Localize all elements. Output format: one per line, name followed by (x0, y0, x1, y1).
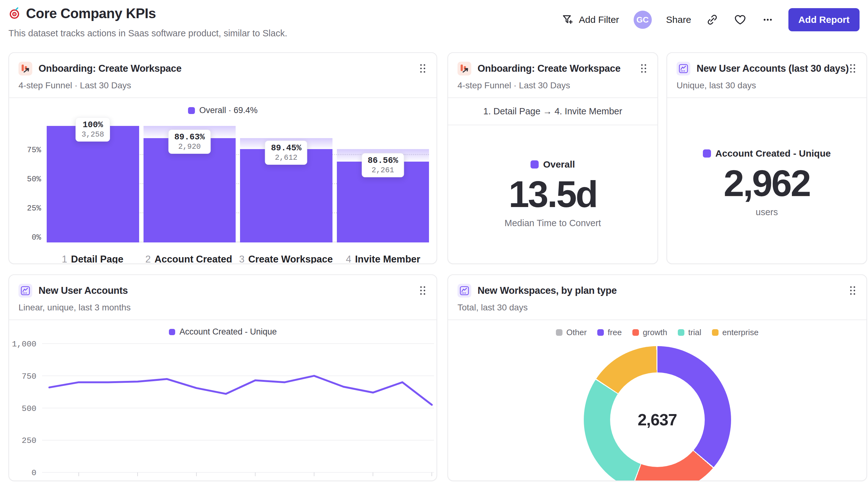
y-axis-label: 75% (27, 145, 41, 155)
donut-legend-item[interactable]: free (597, 328, 622, 337)
card-title[interactable]: Onboarding: Create Workspace (38, 63, 419, 74)
y-axis-label: 25% (27, 204, 41, 213)
card-head: Onboarding: Create Workspace 4-step Funn… (448, 53, 657, 98)
legend-label: free (608, 328, 622, 337)
heart-icon (733, 13, 747, 27)
drag-handle-icon[interactable] (640, 63, 648, 74)
funnel-column[interactable]: 89.45%2,612 (240, 126, 333, 242)
legend-swatch (703, 150, 711, 158)
legend-swatch (530, 160, 539, 168)
funnel-step-range: 1. Detail Page → 4. Invite Member (448, 98, 657, 125)
conversion-count: 3,258 (82, 130, 104, 139)
card-subtitle: Unique, last 30 days (677, 80, 857, 97)
toolbar: Add Filter GC Share (561, 7, 860, 32)
dashboard-root: Core Company KPIs This dataset tracks ac… (0, 0, 868, 488)
funnel-step-label[interactable]: 4Invite Member (337, 254, 429, 264)
add-filter-button[interactable]: Add Filter (561, 13, 619, 26)
funnel-bar[interactable] (47, 126, 139, 242)
card-subtitle: Linear, unique, last 3 months (19, 302, 427, 320)
y-axis-label: 50% (27, 175, 41, 184)
step-number: 2 (146, 254, 151, 264)
card-title[interactable]: New User Accounts (last 30 days) (696, 63, 849, 74)
legend-label: Overall (543, 159, 575, 170)
legend-label: trial (688, 328, 701, 337)
add-report-button[interactable]: Add Report (788, 8, 860, 31)
donut-legend-item[interactable]: trial (678, 328, 701, 337)
drag-handle-icon[interactable] (419, 63, 427, 74)
funnel-tooltip: 89.63%2,920 (168, 130, 211, 154)
card-median-time-to-convert: Onboarding: Create Workspace 4-step Funn… (447, 52, 658, 264)
conversion-pct: 100% (82, 120, 104, 130)
overall-legend[interactable]: Overall (530, 159, 575, 170)
step-number: 3 (239, 254, 244, 264)
donut-legend-item[interactable]: growth (632, 328, 667, 337)
legend-label: growth (643, 328, 667, 337)
funnel-step-label[interactable]: 2Account Created (143, 254, 235, 264)
card-subtitle: 4-step Funnel · Last 30 Days (19, 80, 427, 97)
card-new-user-accounts-30d: New User Accounts (last 30 days) Unique,… (666, 52, 867, 264)
insights-report-icon (19, 284, 32, 298)
copy-link-button[interactable] (706, 13, 719, 26)
share-label: Share (666, 14, 691, 25)
funnel-column[interactable]: 89.63%2,920 (144, 126, 236, 242)
legend-swatch (597, 329, 604, 336)
funnel-column[interactable]: 86.56%2,261 (337, 126, 429, 242)
trend-line[interactable] (49, 376, 432, 405)
ellipsis-icon (762, 13, 774, 26)
step-number: 1 (62, 254, 67, 264)
card-title[interactable]: New Workspaces, by plan type (477, 285, 849, 296)
filter-plus-icon (561, 13, 575, 26)
page-title: Core Company KPIs (26, 6, 156, 21)
funnel-chart: 0%25%50%75%100%3,25889.63%2,92089.45%2,6… (47, 126, 429, 242)
donut-legend-item[interactable]: Other (556, 328, 587, 337)
donut-legend-item[interactable]: enterprise (712, 328, 758, 337)
share-button[interactable]: Share (666, 14, 691, 25)
funnel-report-icon (19, 62, 32, 75)
card-title[interactable]: New User Accounts (38, 285, 419, 296)
donut-chart[interactable]: 2,637 (584, 346, 731, 481)
stat30-legend[interactable]: Account Created - Unique (703, 148, 831, 159)
median-value: 13.5d (508, 173, 597, 216)
funnel-column[interactable]: 100%3,258 (47, 126, 139, 242)
legend-swatch (678, 329, 684, 336)
step-name: Invite Member (355, 254, 420, 264)
card-subtitle: 4-step Funnel · Last 30 Days (458, 80, 648, 97)
card-new-user-accounts-trend: New User Accounts Linear, unique, last 3… (8, 274, 437, 481)
drag-handle-icon[interactable] (419, 285, 427, 297)
legend-label: enterprise (722, 328, 758, 337)
step-number: 4 (346, 254, 351, 264)
card-head: New Workspaces, by plan type Total, last… (448, 275, 866, 320)
median-caption: Median Time to Convert (504, 218, 601, 228)
insights-report-icon (458, 284, 471, 298)
trend-legend[interactable]: Account Created - Unique (9, 320, 436, 337)
donut-legend: Otherfreegrowthtrialenterprise (448, 320, 866, 337)
card-subtitle: Total, last 30 days (458, 302, 857, 320)
legend-swatch (169, 329, 175, 335)
card-head: New User Accounts (last 30 days) Unique,… (667, 53, 866, 98)
funnel-legend[interactable]: Overall · 69.4% (9, 98, 436, 115)
favorite-button[interactable] (733, 13, 747, 27)
funnel-step-label[interactable]: 3Create Workspace (239, 254, 333, 264)
legend-swatch (188, 107, 195, 114)
legend-swatch (632, 329, 639, 336)
line-chart[interactable]: 02505007501,000Apr 20May 4May 18Jun 1Jun… (9, 339, 436, 481)
conversion-count: 2,920 (174, 142, 205, 151)
card-onboarding-funnel: Onboarding: Create Workspace 4-step Funn… (8, 52, 437, 264)
conversion-pct: 89.45% (271, 143, 302, 153)
drag-handle-icon[interactable] (849, 63, 857, 74)
more-button[interactable] (762, 13, 774, 26)
avatar[interactable]: GC (633, 11, 652, 29)
card-title[interactable]: Onboarding: Create Workspace (477, 63, 640, 74)
drag-handle-icon[interactable] (849, 285, 857, 297)
legend-label: Account Created - Unique (715, 148, 831, 159)
stat30-block: Account Created - Unique 2,962 users (667, 148, 866, 217)
page-header: Core Company KPIs This dataset tracks ac… (8, 6, 860, 46)
funnel-step-label[interactable]: 1Detail Page (47, 254, 138, 264)
step-name: Detail Page (71, 254, 123, 264)
legend-label: Other (566, 328, 587, 337)
y-axis-label: 250 (22, 436, 36, 446)
funnel-tooltip: 100%3,258 (75, 118, 110, 141)
step-name: Account Created (154, 254, 232, 264)
legend-label: Account Created - Unique (180, 327, 277, 337)
funnel-tooltip: 89.45%2,612 (265, 141, 307, 165)
